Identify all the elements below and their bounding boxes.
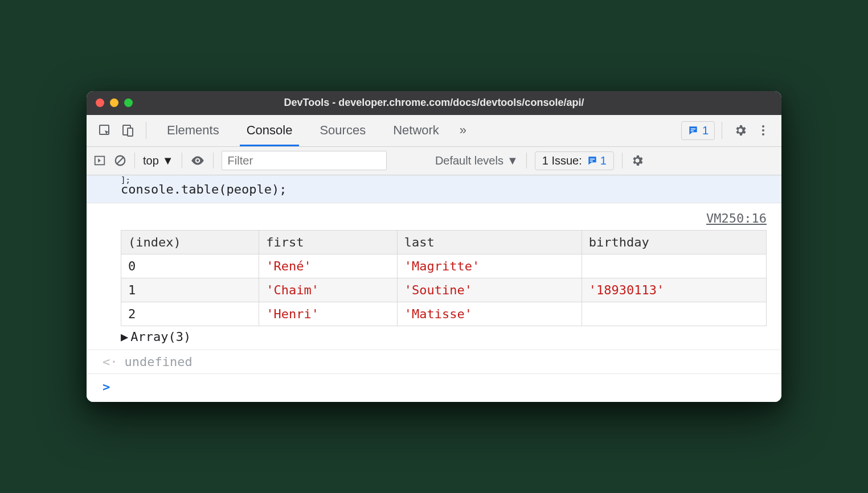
svg-rect-12 (590, 159, 595, 160)
levels-label: Default levels (435, 154, 503, 167)
clear-console-icon[interactable] (114, 154, 126, 167)
messages-count: 1 (702, 124, 709, 137)
console-table: (index) first last birthday 0 'René' 'Ma… (121, 230, 767, 326)
svg-rect-3 (691, 129, 695, 130)
svg-point-11 (196, 159, 198, 162)
main-tabbar: Elements Console Sources Network » 1 (87, 115, 781, 147)
cell-first: 'René' (259, 254, 397, 278)
chevron-down-icon: ▼ (507, 154, 518, 167)
code-input-row: ]; console.table(people); (87, 175, 781, 204)
context-label: top (143, 154, 159, 167)
table-row[interactable]: 0 'René' 'Magritte' (121, 254, 767, 278)
cell-index: 0 (121, 254, 259, 278)
cell-first: 'Henri' (259, 302, 397, 326)
cell-first: 'Chaim' (259, 278, 397, 302)
triangle-right-icon: ▶ (121, 330, 128, 344)
titlebar: DevTools - developer.chrome.com/docs/dev… (87, 91, 781, 115)
divider (722, 122, 722, 139)
return-row: <· undefined (87, 350, 781, 374)
context-selector[interactable]: top ▼ (143, 154, 174, 167)
svg-rect-13 (590, 161, 593, 162)
svg-point-7 (762, 133, 764, 135)
divider (146, 122, 146, 139)
minimize-icon[interactable] (110, 98, 118, 107)
prompt-row[interactable]: > (87, 374, 781, 402)
cell-birthday: '18930113' (582, 278, 766, 302)
console-toolbar: top ▼ Default levels ▼ 1 Issue: 1 (87, 147, 781, 175)
code-line: console.table(people); (121, 182, 781, 197)
tab-elements[interactable]: Elements (153, 114, 233, 146)
zoom-icon[interactable] (124, 98, 133, 107)
col-first[interactable]: first (259, 231, 397, 254)
tab-network[interactable]: Network (379, 114, 453, 146)
svg-rect-2 (128, 128, 133, 136)
cell-last: 'Magritte' (397, 254, 582, 278)
prompt-chevron-icon: > (103, 380, 110, 394)
sidebar-toggle-icon[interactable] (93, 154, 106, 167)
log-levels-selector[interactable]: Default levels ▼ (435, 154, 518, 167)
array-label: Array(3) (130, 330, 191, 344)
divider (213, 153, 214, 169)
divider (134, 153, 135, 169)
tab-console[interactable]: Console (233, 114, 306, 146)
divider (182, 153, 182, 169)
table-row[interactable]: 2 'Henri' 'Matisse' (121, 302, 767, 326)
traffic-lights (96, 98, 133, 107)
tabs: Elements Console Sources Network » (153, 114, 473, 146)
devtools-window: DevTools - developer.chrome.com/docs/dev… (87, 91, 781, 402)
console-settings-icon[interactable] (630, 154, 644, 167)
table-output: VM250:16 (index) first last birthday 0 '… (87, 203, 781, 350)
close-icon[interactable] (96, 98, 104, 107)
code-prefix: ]; (121, 178, 781, 182)
table-header-row: (index) first last birthday (121, 231, 767, 254)
table-row[interactable]: 1 'Chaim' 'Soutine' '18930113' (121, 278, 767, 302)
cell-birthday (582, 302, 766, 326)
svg-line-10 (117, 158, 124, 164)
window-title: DevTools - developer.chrome.com/docs/dev… (284, 97, 584, 109)
issues-badge[interactable]: 1 Issue: 1 (535, 151, 614, 170)
messages-badge[interactable]: 1 (681, 121, 715, 140)
col-index[interactable]: (index) (121, 231, 259, 254)
more-icon[interactable] (752, 119, 775, 142)
chat-icon (687, 125, 699, 136)
device-toggle-icon[interactable] (116, 119, 139, 142)
console-body: ]; console.table(people); VM250:16 (inde… (87, 175, 781, 402)
chevron-down-icon: ▼ (162, 154, 174, 167)
col-birthday[interactable]: birthday (582, 231, 766, 254)
return-arrow-icon: <· (103, 355, 118, 369)
settings-icon[interactable] (729, 119, 752, 142)
chat-icon: 1 (587, 154, 607, 167)
issues-count: 1 (600, 154, 607, 167)
cell-birthday (582, 254, 766, 278)
svg-rect-4 (691, 130, 694, 132)
cell-index: 2 (121, 302, 259, 326)
svg-point-6 (762, 129, 764, 132)
array-expand-row[interactable]: ▶ Array(3) (121, 326, 772, 345)
cell-index: 1 (121, 278, 259, 302)
col-last[interactable]: last (397, 231, 582, 254)
filter-input[interactable] (222, 151, 387, 170)
divider (526, 153, 527, 169)
cell-last: 'Matisse' (397, 302, 582, 326)
svg-point-5 (762, 125, 764, 128)
source-link[interactable]: VM250:16 (121, 208, 772, 230)
divider (622, 153, 623, 169)
tab-sources[interactable]: Sources (306, 114, 379, 146)
tabs-overflow[interactable]: » (453, 114, 473, 146)
issues-label: 1 Issue: (542, 154, 582, 167)
svg-rect-0 (100, 125, 109, 134)
live-expression-icon[interactable] (190, 153, 205, 168)
cell-last: 'Soutine' (397, 278, 582, 302)
inspect-icon[interactable] (93, 119, 116, 142)
return-value: undefined (125, 355, 193, 369)
